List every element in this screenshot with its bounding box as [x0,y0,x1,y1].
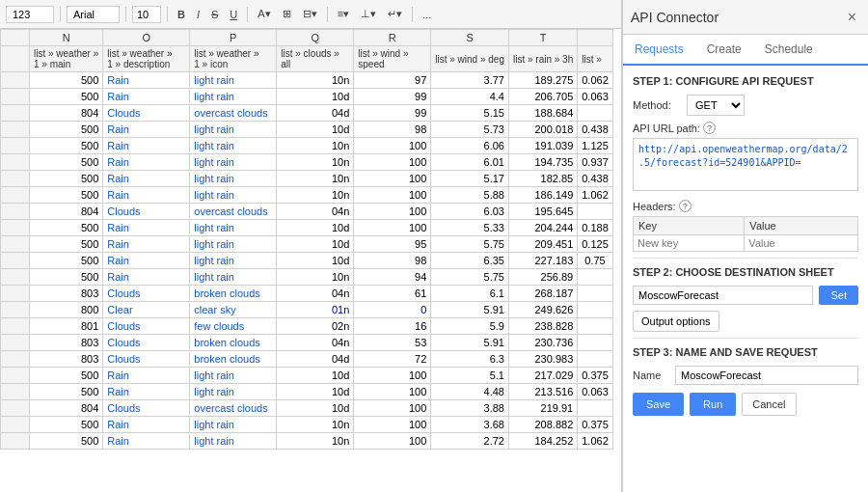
cell-t[interactable]: 188.684 [508,105,577,122]
new-key-input[interactable] [637,237,740,249]
cell-q[interactable]: 10d [277,220,354,236]
cell-r[interactable]: 100 [354,400,431,417]
cell-r[interactable]: 98 [354,122,431,138]
cell-r[interactable]: 100 [354,417,431,433]
cell-u[interactable]: 1.062 [578,433,613,450]
col-header-q[interactable]: Q [277,30,354,46]
cell-q[interactable]: 04n [277,286,354,302]
cell-u[interactable]: 0.438 [578,171,613,187]
cell-u[interactable]: 0.062 [578,72,613,89]
cell-s[interactable]: 5.17 [431,171,509,187]
cell-n[interactable]: 500 [30,433,103,450]
cell-n[interactable]: 500 [30,417,103,433]
cell-n[interactable]: 500 [30,220,103,236]
name-input[interactable] [675,366,858,385]
cell-o[interactable]: Clouds [103,318,190,335]
cell-s[interactable]: 3.77 [431,72,509,89]
merge-button[interactable]: ⊟▾ [299,6,321,22]
cell-o[interactable]: Rain [103,433,190,450]
cell-p[interactable]: light rain [190,253,277,269]
cell-t[interactable]: 227.183 [508,253,577,269]
cell-n[interactable]: 500 [30,384,103,400]
cell-p[interactable]: light rain [190,89,277,105]
cell-s[interactable]: 5.91 [431,335,509,351]
cell-o[interactable]: Rain [103,72,190,89]
cell-u[interactable] [578,318,613,335]
cell-n[interactable]: 804 [30,204,103,220]
cell-o[interactable]: Rain [103,187,190,204]
bold-button[interactable]: B [174,7,189,22]
cell-t[interactable]: 230.736 [508,335,577,351]
cell-p[interactable]: broken clouds [190,286,277,302]
cell-q[interactable]: 10d [277,400,354,417]
cell-o[interactable]: Rain [103,89,190,105]
cell-s[interactable]: 4.4 [431,89,509,105]
cell-u[interactable]: 0.063 [578,89,613,105]
cell-o[interactable]: Clouds [103,204,190,220]
more-button[interactable]: ... [419,7,435,22]
cell-q[interactable]: 10n [277,417,354,433]
cell-u[interactable] [578,204,613,220]
cell-p[interactable]: light rain [190,433,277,450]
col-header-s[interactable]: S [431,30,509,46]
cell-o[interactable]: Rain [103,269,190,286]
cell-o[interactable]: Rain [103,122,190,138]
panel-close-button[interactable]: × [844,5,860,30]
cell-s[interactable]: 5.15 [431,105,509,122]
cell-o[interactable]: Clouds [103,335,190,351]
cell-p[interactable]: light rain [190,368,277,384]
cell-n[interactable]: 500 [30,368,103,384]
cell-n[interactable]: 500 [30,122,103,138]
cell-u[interactable] [578,400,613,417]
cell-s[interactable]: 5.75 [431,269,509,286]
cell-o[interactable]: Clouds [103,286,190,302]
cell-p[interactable]: overcast clouds [190,400,277,417]
cell-t[interactable]: 217.029 [508,368,577,384]
cell-p[interactable]: light rain [190,171,277,187]
cell-o[interactable]: Rain [103,236,190,253]
italic-button[interactable]: I [193,7,203,22]
cell-p[interactable]: light rain [190,269,277,286]
cell-r[interactable]: 99 [354,89,431,105]
cell-n[interactable]: 803 [30,335,103,351]
cell-s[interactable]: 6.3 [431,351,509,368]
cell-q[interactable]: 01n [277,302,354,318]
cell-u[interactable] [578,302,613,318]
cell-s[interactable]: 3.68 [431,417,509,433]
cell-t[interactable]: 182.85 [508,171,577,187]
col-header-r[interactable]: R [354,30,431,46]
cell-n[interactable]: 800 [30,302,103,318]
cell-t[interactable]: 204.244 [508,220,577,236]
output-options-button[interactable]: Output options [633,311,719,332]
cell-n[interactable]: 500 [30,236,103,253]
cell-u[interactable] [578,351,613,368]
cell-q[interactable]: 10d [277,368,354,384]
cell-u[interactable]: 0.125 [578,236,613,253]
method-select[interactable]: GET POST [687,95,745,116]
cell-n[interactable]: 500 [30,72,103,89]
cell-n[interactable]: 500 [30,154,103,171]
cell-s[interactable]: 6.35 [431,253,509,269]
cell-s[interactable]: 6.06 [431,138,509,154]
cell-u[interactable]: 1.125 [578,138,613,154]
cell-q[interactable]: 10n [277,187,354,204]
cell-r[interactable]: 94 [354,269,431,286]
cell-q[interactable]: 04d [277,351,354,368]
underline-button[interactable]: U [226,7,241,22]
cell-s[interactable]: 2.72 [431,433,509,450]
cell-u[interactable]: 1.062 [578,187,613,204]
cell-u[interactable] [578,269,613,286]
col-header-t[interactable]: T [508,30,577,46]
cell-o[interactable]: Rain [103,384,190,400]
cell-q[interactable]: 10n [277,171,354,187]
col-header-p[interactable]: P [190,30,277,46]
font-selector[interactable]: Arial [67,6,120,23]
cell-s[interactable]: 5.1 [431,368,509,384]
cell-n[interactable]: 500 [30,269,103,286]
cell-p[interactable]: clear sky [190,302,277,318]
cell-q[interactable]: 04n [277,204,354,220]
cell-q[interactable]: 04n [277,335,354,351]
cell-q[interactable]: 10d [277,384,354,400]
cell-t[interactable]: 194.735 [508,154,577,171]
cell-n[interactable]: 500 [30,253,103,269]
